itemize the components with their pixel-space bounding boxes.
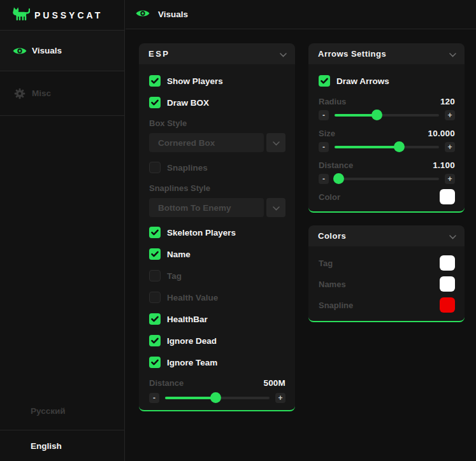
slider-thumb[interactable] [333, 173, 344, 184]
checkbox-tag[interactable] [149, 270, 161, 281]
checkbox-label: Name [167, 250, 191, 259]
select-value: Cornered Box [158, 138, 215, 148]
checkbox-label: Ignore Dead [167, 336, 217, 346]
panel-title: ESP [148, 49, 170, 59]
row-snaplines: Snaplines [149, 162, 285, 173]
increment-button[interactable]: + [275, 393, 285, 403]
names-color-swatch[interactable] [440, 276, 455, 292]
slider-fill [335, 178, 339, 180]
checkbox-draw-arrows[interactable] [319, 75, 330, 87]
language-option-russian[interactable]: Русский [0, 392, 124, 430]
row-ignore-team: Ignore Team [149, 357, 285, 368]
radius-value: 120 [440, 97, 455, 106]
snapline-color-swatch[interactable] [440, 297, 455, 313]
color-swatch[interactable] [440, 189, 455, 204]
box-style-select-chevron[interactable] [266, 133, 285, 152]
sidebar-item-label: Visuals [32, 46, 62, 55]
size-label: Size [319, 129, 335, 138]
slider-thumb[interactable] [394, 141, 405, 152]
eye-icon [136, 9, 150, 20]
increment-button[interactable]: + [445, 174, 455, 184]
esp-distance-slider: - + [149, 392, 285, 403]
slider-track[interactable] [335, 146, 439, 148]
checkbox-label: HealthBar [167, 315, 208, 324]
checkbox-health-value[interactable] [149, 292, 161, 303]
brand-header: PUSSYCAT [0, 0, 124, 31]
esp-distance-row: Distance 500M [149, 378, 285, 388]
panel-title: Arrows Settings [318, 49, 386, 59]
checkbox-show-players[interactable] [149, 75, 161, 87]
names-color-row: Names [319, 276, 455, 292]
checkbox-label: Skeleton Players [167, 228, 236, 238]
checkbox-skeleton-players[interactable] [149, 227, 161, 238]
distance-label: Distance [149, 378, 184, 388]
snaplines-style-label: Snaplines Style [149, 183, 285, 193]
slider-track[interactable] [165, 397, 270, 399]
slider-thumb[interactable] [371, 110, 382, 120]
chevron-down-icon [449, 48, 456, 60]
size-slider: - + [319, 141, 455, 152]
row-health-value: Health Value [149, 292, 285, 303]
slider-track[interactable] [335, 178, 439, 180]
distance-label: Distance [319, 160, 353, 170]
esp-panel: ESP Show Players Draw BOX Box Style [139, 43, 295, 411]
main-content: ESP Show Players Draw BOX Box Style [126, 30, 476, 461]
decrement-button[interactable]: - [149, 393, 159, 403]
row-tag: Tag [149, 270, 285, 281]
chevron-down-icon [273, 137, 280, 148]
chevron-down-icon [273, 202, 280, 213]
slider-thumb[interactable] [210, 392, 221, 403]
increment-button[interactable]: + [445, 110, 455, 120]
tag-color-swatch[interactable] [440, 255, 455, 271]
increment-button[interactable]: + [445, 142, 455, 152]
decrement-button[interactable]: - [319, 142, 329, 152]
row-skeleton-players: Skeleton Players [149, 227, 285, 238]
snaplines-style-select[interactable]: Bottom To Enemy [149, 198, 264, 217]
row-ignore-dead: Ignore Dead [149, 335, 285, 346]
checkbox-draw-box[interactable] [149, 97, 161, 108]
checkbox-label: Tag [167, 271, 182, 281]
checkbox-label: Draw Arrows [336, 76, 389, 86]
decrement-button[interactable]: - [319, 110, 329, 120]
brand-name: PUSSYCAT [34, 10, 103, 20]
slider-fill [335, 146, 400, 148]
size-row: Size 10.000 [319, 129, 455, 138]
cat-logo-icon [12, 6, 30, 25]
topbar: Visuals [126, 0, 476, 29]
slider-fill [165, 397, 216, 399]
panel-title: Colors [318, 231, 346, 241]
gear-icon [13, 87, 27, 100]
decrement-button[interactable]: - [319, 174, 329, 184]
arrow-color-row: Color [319, 189, 455, 204]
radius-row: Radius 120 [319, 97, 455, 106]
checkbox-label: Health Value [167, 293, 218, 302]
row-show-players: Show Players [149, 75, 285, 87]
radius-label: Radius [319, 97, 346, 106]
esp-panel-header[interactable]: ESP [139, 43, 295, 64]
slider-track[interactable] [335, 114, 439, 117]
chevron-down-icon [280, 48, 287, 60]
row-draw-box: Draw BOX [149, 97, 285, 108]
distance-value: 500M [263, 378, 285, 388]
language-label: English [31, 441, 62, 451]
slider-fill [335, 114, 377, 117]
arrows-settings-panel: Arrows Settings Draw Arrows Radius 120 - [308, 43, 465, 213]
checkbox-ignore-dead[interactable] [149, 335, 161, 346]
select-value: Bottom To Enemy [158, 203, 231, 213]
colors-panel-header[interactable]: Colors [308, 225, 465, 246]
sidebar-item-visuals[interactable]: Visuals [0, 31, 124, 71]
checkbox-label: Snaplines [167, 163, 208, 173]
box-style-select[interactable]: Cornered Box [149, 133, 264, 152]
sidebar: PUSSYCAT Visuals Misc [0, 0, 125, 461]
chevron-down-icon [449, 230, 456, 242]
sidebar-item-misc[interactable]: Misc [0, 71, 124, 116]
checkbox-label: Show Players [167, 76, 223, 86]
arrows-panel-header[interactable]: Arrows Settings [308, 43, 465, 64]
checkbox-snaplines[interactable] [149, 162, 161, 173]
snaplines-style-select-chevron[interactable] [266, 198, 285, 217]
language-option-english[interactable]: English [0, 430, 124, 461]
checkbox-healthbar[interactable] [149, 313, 161, 325]
row-name: Name [149, 248, 285, 260]
checkbox-ignore-team[interactable] [149, 357, 161, 368]
checkbox-name[interactable] [149, 248, 161, 260]
